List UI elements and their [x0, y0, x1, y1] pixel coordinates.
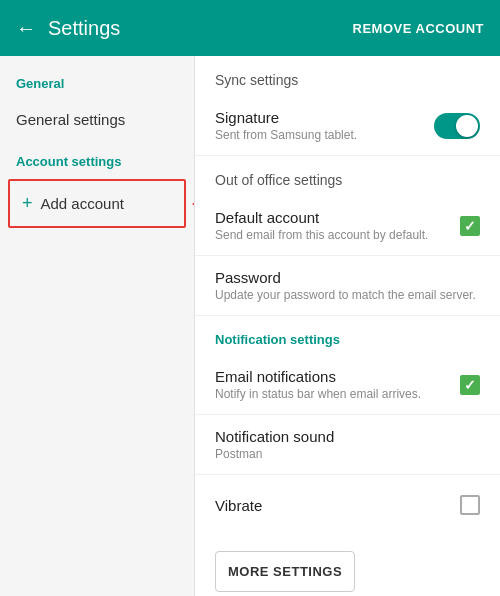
vibrate-text: Vibrate — [215, 497, 460, 514]
add-account-label: Add account — [41, 195, 124, 212]
email-notifications-row[interactable]: Email notifications Notify in status bar… — [195, 355, 500, 415]
sidebar-account-section: Account settings — [0, 142, 194, 175]
sidebar-item-general-settings[interactable]: General settings — [0, 97, 194, 142]
add-account-item[interactable]: + Add account — [8, 179, 186, 228]
more-settings-button[interactable]: MORE SETTINGS — [215, 551, 355, 592]
sync-section-title: Sync settings — [195, 56, 500, 96]
notification-sound-text: Notification sound Postman — [215, 428, 480, 461]
sidebar-general-section: General — [0, 64, 194, 97]
signature-text: Signature Sent from Samsung tablet. — [215, 109, 434, 142]
add-icon: + — [22, 193, 33, 214]
header-left: ← Settings — [16, 17, 120, 40]
default-account-text: Default account Send email from this acc… — [215, 209, 460, 242]
password-text: Password Update your password to match t… — [215, 269, 480, 302]
main-content: General General settings Account setting… — [0, 56, 500, 596]
general-settings-label: General settings — [16, 111, 125, 128]
notification-sound-label: Notification sound — [215, 428, 480, 445]
back-button[interactable]: ← — [16, 17, 36, 40]
signature-desc: Sent from Samsung tablet. — [215, 128, 434, 142]
vibrate-label: Vibrate — [215, 497, 460, 514]
default-account-desc: Send email from this account by default. — [215, 228, 460, 242]
email-notifications-text: Email notifications Notify in status bar… — [215, 368, 460, 401]
out-of-office-section-title: Out of office settings — [195, 156, 500, 196]
remove-account-button[interactable]: REMOVE ACCOUNT — [353, 21, 484, 36]
password-label: Password — [215, 269, 480, 286]
signature-toggle[interactable] — [434, 113, 480, 139]
signature-label: Signature — [215, 109, 434, 126]
page-title: Settings — [48, 17, 120, 40]
password-row[interactable]: Password Update your password to match t… — [195, 256, 500, 316]
content-panel: Sync settings Signature Sent from Samsun… — [195, 56, 500, 596]
email-notifications-checkbox[interactable] — [460, 375, 480, 395]
signature-row[interactable]: Signature Sent from Samsung tablet. — [195, 96, 500, 156]
default-account-row[interactable]: Default account Send email from this acc… — [195, 196, 500, 256]
notification-section-title: Notification settings — [195, 316, 500, 355]
header: ← Settings REMOVE ACCOUNT — [0, 0, 500, 56]
email-notifications-label: Email notifications — [215, 368, 460, 385]
password-desc: Update your password to match the email … — [215, 288, 480, 302]
default-account-label: Default account — [215, 209, 460, 226]
toggle-knob — [456, 115, 478, 137]
sidebar: General General settings Account setting… — [0, 56, 195, 596]
default-account-checkbox[interactable] — [460, 216, 480, 236]
vibrate-row[interactable]: Vibrate — [195, 475, 500, 535]
add-account-container: + Add account — [8, 179, 186, 228]
notification-sound-desc: Postman — [215, 447, 480, 461]
notification-sound-row[interactable]: Notification sound Postman — [195, 415, 500, 475]
vibrate-checkbox[interactable] — [460, 495, 480, 515]
email-notifications-desc: Notify in status bar when email arrives. — [215, 387, 460, 401]
